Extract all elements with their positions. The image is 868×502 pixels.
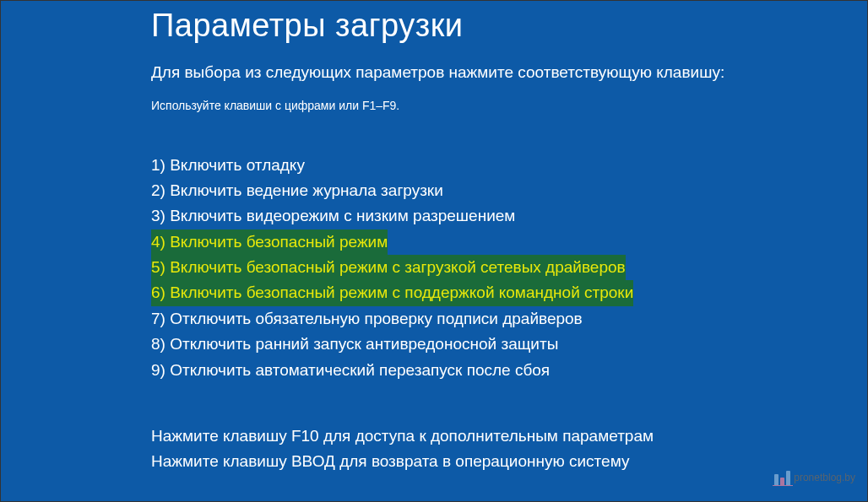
option-label: Отключить ранний запуск антивредоносной … [170,335,558,353]
option-label: Включить отладку [170,156,305,174]
option-num: 6) [151,283,165,301]
watermark: pronetblog.by [774,471,855,486]
footer-f10: Нажмите клавишу F10 для доступа к дополн… [151,424,867,449]
option-num: 5) [151,258,165,276]
boot-option-5[interactable]: 5) Включить безопасный режим с загрузкой… [151,255,867,280]
option-num: 7) [151,310,165,327]
watermark-logo-icon [774,471,790,486]
option-num: 2) [151,181,165,199]
option-label: Отключить автоматический перезапуск посл… [170,361,550,379]
option-label: Отключить обязательную проверку подписи … [170,310,583,327]
option-num: 8) [151,335,165,353]
option-label: Включить видеорежим с низким разрешением [170,207,515,224]
option-label: Включить безопасный режим с поддержкой к… [170,283,633,301]
hint: Используйте клавиши с цифрами или F1–F9. [151,99,867,112]
option-num: 4) [151,233,165,251]
boot-option-4[interactable]: 4) Включить безопасный режим [151,229,867,255]
option-num: 3) [151,207,165,224]
boot-option-7[interactable]: 7) Отключить обязательную проверку подпи… [151,306,867,332]
watermark-domain: pronetblog.by [794,472,855,483]
option-label: Включить безопасный режим с загрузкой се… [170,258,625,276]
boot-option-3[interactable]: 3) Включить видеорежим с низким разрешен… [151,203,867,229]
page-title: Параметры загрузки [151,8,867,44]
footer-enter: Нажмите клавишу ВВОД для возврата в опер… [151,449,867,474]
boot-option-1[interactable]: 1) Включить отладку [151,153,867,178]
option-num: 1) [151,156,165,174]
option-label: Включить ведение журнала загрузки [170,181,443,199]
option-label: Включить безопасный режим [170,233,388,251]
option-num: 9) [151,361,165,379]
boot-option-9[interactable]: 9) Отключить автоматический перезапуск п… [151,358,867,383]
boot-options-list: 1) Включить отладку 2) Включить ведение … [151,153,867,384]
boot-option-6[interactable]: 6) Включить безопасный режим с поддержко… [151,280,867,305]
subtitle: Для выбора из следующих параметров нажми… [151,61,867,85]
boot-option-8[interactable]: 8) Отключить ранний запуск антивредоносн… [151,332,867,357]
boot-option-2[interactable]: 2) Включить ведение журнала загрузки [151,178,867,203]
